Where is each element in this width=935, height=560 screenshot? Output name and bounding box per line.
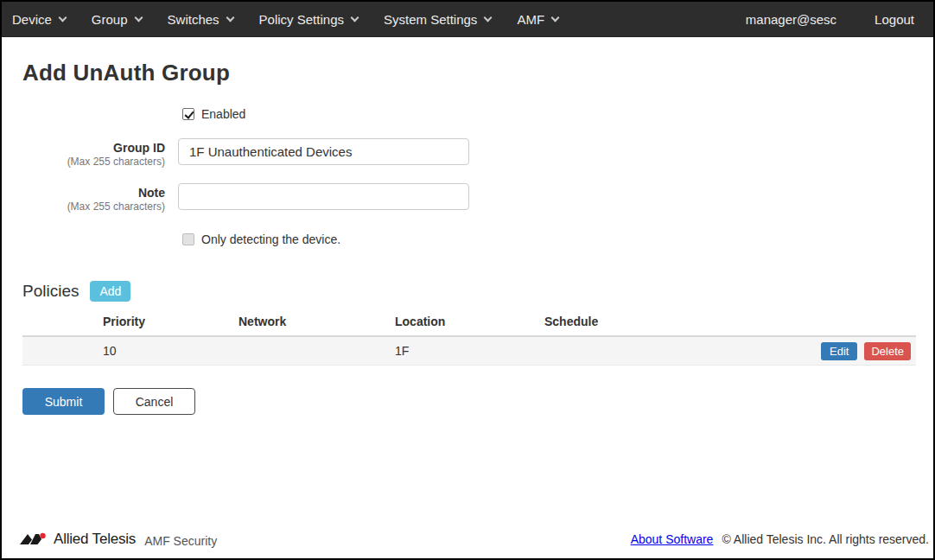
logout-label: Logout — [875, 12, 914, 27]
enabled-row: Enabled — [22, 107, 913, 121]
note-row: Note (Max 255 characters) — [22, 183, 913, 213]
delete-policy-button[interactable]: Delete — [864, 342, 911, 360]
policies-header: Policies Add — [22, 281, 913, 302]
top-navbar: Device Group Switches Policy Settings Sy… — [2, 2, 933, 37]
column-header-network: Network — [239, 315, 395, 328]
unauth-group-form: Enabled Group ID (Max 255 characters) No… — [22, 107, 913, 246]
note-control — [178, 183, 469, 210]
column-header-priority: Priority — [103, 315, 239, 328]
page-title: Add UnAuth Group — [22, 60, 913, 86]
copyright-text: © Allied Telesis Inc. All rights reserve… — [722, 532, 929, 546]
column-header-schedule: Schedule — [544, 315, 916, 328]
row-actions: Edit Delete — [821, 342, 916, 360]
nav-item-group[interactable]: Group — [92, 12, 142, 27]
logged-in-user: manager@sesc — [746, 12, 836, 27]
nav-item-label: Switches — [168, 12, 219, 27]
app-window: Device Group Switches Policy Settings Sy… — [0, 0, 935, 560]
group-id-input[interactable] — [178, 138, 469, 165]
nav-item-label: AMF — [517, 12, 544, 27]
product-name: AMF Security — [144, 531, 217, 548]
detect-only-row: Only detecting the device. — [22, 232, 913, 246]
nav-item-device[interactable]: Device — [12, 12, 66, 27]
nav-item-label: Group — [92, 12, 128, 27]
chevron-down-icon — [226, 13, 234, 22]
policies-table: Priority Network Location Schedule 10 1F… — [22, 315, 916, 366]
footer-brand: Allied Telesis AMF Security — [19, 531, 217, 548]
add-policy-button[interactable]: Add — [90, 281, 130, 302]
page-footer: Allied Telesis AMF Security About Softwa… — [2, 524, 933, 558]
nav-item-label: Policy Settings — [259, 12, 344, 27]
allied-telesis-logo-icon — [19, 531, 48, 547]
table-row: 10 1F Edit Delete — [22, 337, 916, 366]
chevron-down-icon — [551, 13, 560, 22]
about-software-link[interactable]: About Software — [631, 532, 714, 546]
policies-title: Policies — [22, 282, 79, 301]
cell-priority: 10 — [103, 344, 239, 358]
group-id-control — [178, 138, 469, 165]
group-id-row: Group ID (Max 255 characters) — [22, 138, 913, 169]
nav-item-label: System Settings — [384, 12, 477, 27]
note-label: Note — [22, 186, 165, 200]
note-input[interactable] — [178, 183, 469, 210]
footer-links: About Software © Allied Telesis Inc. All… — [631, 532, 929, 546]
brand-name: Allied Telesis — [54, 531, 136, 548]
nav-item-label: Device — [12, 12, 52, 27]
logout-button[interactable]: Logout — [875, 12, 914, 27]
submit-button[interactable]: Submit — [22, 388, 105, 415]
nav-menu: Device Group Switches Policy Settings Sy… — [12, 12, 584, 27]
edit-policy-button[interactable]: Edit — [821, 342, 857, 360]
cancel-button[interactable]: Cancel — [113, 388, 195, 415]
chevron-down-icon — [134, 13, 143, 22]
group-id-hint: (Max 255 characters) — [22, 156, 165, 169]
cell-location: 1F — [395, 344, 544, 358]
policies-table-header: Priority Network Location Schedule — [22, 315, 916, 337]
note-label-block: Note (Max 255 characters) — [22, 183, 165, 213]
chevron-down-icon — [58, 13, 67, 22]
column-header-location: Location — [395, 315, 544, 328]
chevron-down-icon — [484, 13, 493, 22]
chevron-down-icon — [351, 13, 359, 22]
nav-item-system-settings[interactable]: System Settings — [384, 12, 491, 27]
note-hint: (Max 255 characters) — [22, 200, 165, 213]
enabled-checkbox[interactable] — [182, 108, 194, 120]
nav-item-switches[interactable]: Switches — [168, 12, 233, 27]
nav-item-policy-settings[interactable]: Policy Settings — [259, 12, 358, 27]
detect-only-checkbox[interactable] — [182, 233, 194, 245]
nav-item-amf[interactable]: AMF — [517, 12, 558, 27]
form-actions: Submit Cancel — [22, 388, 913, 415]
detect-only-label: Only detecting the device. — [201, 232, 340, 246]
group-id-label-block: Group ID (Max 255 characters) — [22, 138, 165, 169]
nav-right: manager@sesc Logout — [746, 12, 914, 27]
group-id-label: Group ID — [22, 141, 165, 156]
enabled-label: Enabled — [201, 107, 245, 121]
main-content: Add UnAuth Group Enabled Group ID (Max 2… — [2, 60, 933, 415]
